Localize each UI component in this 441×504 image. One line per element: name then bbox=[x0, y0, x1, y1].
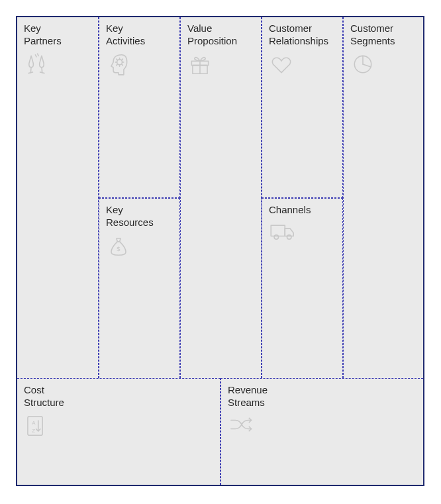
svg-line-14 bbox=[122, 59, 123, 60]
cell-key-activities[interactable]: KeyActivities bbox=[99, 17, 180, 198]
label-revenue-streams: RevenueStreams bbox=[228, 384, 416, 409]
business-model-canvas: KeyPartners KeyActivities bbox=[16, 16, 424, 486]
cell-value-proposition[interactable]: ValueProposition bbox=[180, 17, 262, 378]
svg-line-11 bbox=[117, 59, 118, 60]
toast-icon bbox=[24, 52, 91, 79]
label-channels: Channels bbox=[269, 204, 336, 217]
svg-line-5 bbox=[38, 54, 39, 56]
gift-icon bbox=[187, 52, 254, 79]
label-cost-structure: CostStructure bbox=[24, 384, 213, 409]
svg-line-3 bbox=[40, 72, 44, 73]
truck-icon bbox=[269, 221, 336, 246]
shuffle-icon bbox=[228, 413, 416, 438]
cell-key-resources[interactable]: KeyResources $ bbox=[99, 198, 180, 378]
label-customer-relationships: CustomerRelationships bbox=[269, 23, 336, 48]
label-value-proposition: ValueProposition bbox=[187, 23, 254, 48]
pie-icon bbox=[350, 52, 416, 79]
head-gear-icon bbox=[106, 52, 173, 79]
label-key-activities: KeyActivities bbox=[106, 23, 173, 48]
svg-line-20 bbox=[363, 64, 371, 67]
cell-revenue-streams[interactable]: RevenueStreams bbox=[220, 378, 423, 485]
svg-text:Z: Z bbox=[32, 427, 35, 433]
cell-channels[interactable]: Channels bbox=[262, 198, 343, 378]
svg-text:A: A bbox=[32, 420, 36, 426]
svg-text:$: $ bbox=[117, 244, 121, 252]
svg-line-13 bbox=[117, 64, 118, 66]
label-key-resources: KeyResources bbox=[106, 204, 173, 229]
label-key-partners: KeyPartners bbox=[24, 23, 91, 48]
svg-line-2 bbox=[28, 72, 32, 73]
svg-line-12 bbox=[122, 64, 123, 66]
document-sort-icon: A Z bbox=[24, 413, 213, 441]
svg-line-1 bbox=[42, 67, 42, 72]
cell-customer-segments[interactable]: CustomerSegments bbox=[343, 17, 423, 378]
svg-line-4 bbox=[35, 54, 36, 56]
svg-rect-22 bbox=[271, 225, 285, 236]
cell-key-partners[interactable]: KeyPartners bbox=[17, 17, 99, 378]
cell-cost-structure[interactable]: CostStructure A Z bbox=[17, 378, 220, 485]
svg-line-0 bbox=[30, 67, 31, 72]
label-customer-segments: CustomerSegments bbox=[350, 23, 416, 48]
heart-icon bbox=[269, 52, 336, 79]
money-bag-icon: $ bbox=[106, 233, 173, 261]
cell-customer-relationships[interactable]: CustomerRelationships bbox=[262, 17, 343, 198]
